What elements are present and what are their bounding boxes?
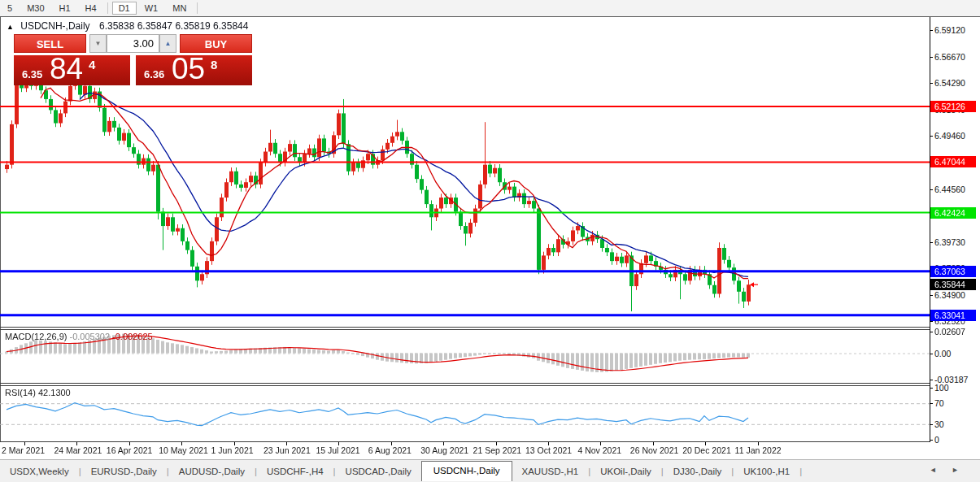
date-label: 1 Jun 2021 [211,445,254,455]
date-label: 16 Apr 2021 [107,445,153,455]
chart-frame-bottom [0,441,930,442]
timeframe-toolbar: 5M30H1H4D1W1MN [0,0,980,17]
volume-decrease-button[interactable]: ▼ [89,34,107,53]
price-tick-mark [930,57,933,58]
date-tick-mark [286,442,287,445]
volume-increase-button[interactable]: ▲ [159,34,176,53]
price-tick-mark [930,136,933,137]
hline-price-tag[interactable]: 6.42424 [930,207,976,219]
date-label: 24 Mar 2021 [54,445,102,455]
tab-scroll-arrows[interactable]: ◄ ► [930,466,965,474]
price-tick-label: 6.34900 [934,290,965,300]
timeframe-button-5[interactable]: 5 [1,2,19,15]
buy-price-display[interactable]: 6.36 05 8 [136,55,252,85]
tab-eurusd[interactable]: EURUSD-,Daily [81,462,167,480]
chart-tabs-bar: USDX,Weekly|EURUSD-,Daily|AUDUSD-,Daily|… [0,459,980,482]
date-tick-mark [758,442,759,445]
rsi-tick-mark [930,403,933,404]
rsi-tick-mark [930,424,933,425]
date-label: 4 Nov 2021 [577,445,621,455]
date-label: 2 Mar 2021 [2,445,45,455]
timeframe-button-mn[interactable]: MN [166,2,193,15]
date-tick-mark [129,442,130,445]
date-label: 13 Oct 2021 [525,445,572,455]
tab-uk100[interactable]: UK100-,H1 [734,462,799,480]
price-tick-mark [930,295,933,296]
hline-price-tag[interactable]: 6.52126 [930,101,976,112]
date-tick-mark [548,442,549,445]
chart-frame-top [0,16,980,17]
date-tick-mark [181,442,182,445]
date-tick-mark [653,442,654,445]
timeframe-button-d1[interactable]: D1 [112,2,137,15]
date-label: 15 Jul 2021 [316,445,359,455]
date-label: 23 Jun 2021 [264,445,311,455]
price-tick-mark [930,30,933,31]
collapse-icon[interactable]: ▲ [7,23,14,31]
rsi-value: 42.1300 [38,388,71,397]
hline-price-tag[interactable]: 6.37063 [930,266,976,277]
date-label: 20 Dec 2021 [682,445,731,455]
date-label: 10 May 2021 [159,445,208,455]
rsi-tick-label: 70 [934,398,944,408]
ohlc-values: 6.35838 6.35847 6.35819 6.35844 [99,20,249,32]
timeframe-button-h1[interactable]: H1 [53,2,77,15]
tab-dj30[interactable]: DJ30-,Daily [664,462,731,480]
panel-separator[interactable] [0,383,930,384]
macd-tick-label: 0.02607 [934,327,965,337]
tab-ukoil[interactable]: UKOil-,Daily [590,462,661,480]
macd-tick-mark [930,354,933,354]
timeframe-button-m30[interactable]: M30 [20,2,50,15]
macd-label: MACD(12,26,9) -0.005302 -0.002625 [5,332,153,341]
sell-price-display[interactable]: 6.35 84 4 [14,55,130,85]
rsi-tick-label: 0 [934,435,939,445]
macd-tick-mark [930,380,933,380]
timeframe-button-h4[interactable]: H4 [79,2,103,15]
macd-signal-value: -0.002625 [112,332,153,341]
panel-separator[interactable] [0,327,930,328]
tab-divider: | [799,467,802,476]
date-tick-mark [24,442,25,445]
buy-button[interactable]: BUY [180,34,252,53]
hline-price-tag[interactable]: 6.33041 [930,310,976,321]
macd-main-value: -0.005302 [69,332,110,341]
tab-usdcad[interactable]: USDCAD-,Daily [336,462,421,480]
buy-price-base: 6.36 [144,68,164,80]
date-label: 6 Aug 2021 [368,445,412,455]
date-tick-mark [443,442,444,445]
toolbar-separator [197,2,198,14]
trading-platform-window: 5M30H1H4D1W1MN ▲ USDCNH-,Daily 6.35838 6… [0,0,980,482]
sell-price-pips: 84 [50,52,83,86]
rsi-indicator-canvas[interactable] [0,386,930,441]
current-price-tag: 6.35844 [930,279,976,290]
symbol-title: USDCNH-,Daily [20,20,89,32]
tab-usdcnh[interactable]: USDCNH-,Daily [421,461,512,481]
price-tick-mark [930,83,933,84]
sell-price-point: 4 [89,58,95,72]
sell-button[interactable]: SELL [14,34,86,53]
date-tick-mark [705,442,706,445]
panel-separator[interactable] [0,329,930,330]
date-label: 26 Nov 2021 [630,445,679,455]
tab-usdx[interactable]: USDX,Weekly [0,462,79,480]
macd-tick-mark [930,332,933,332]
tab-usdchf[interactable]: USDCHF-,H4 [257,462,333,480]
tab-audusd[interactable]: AUDUSD-,Daily [169,462,255,480]
price-tick-label: 6.44560 [934,185,965,194]
hline-price-tag[interactable]: 6.47044 [930,156,976,167]
price-tick-mark [930,189,933,190]
date-tick-mark [338,442,339,445]
toolbar-separator [107,2,108,14]
price-tick-label: 6.39730 [934,237,965,247]
volume-input[interactable]: 3.00 [107,34,159,53]
timeframe-button-w1[interactable]: W1 [138,2,165,15]
buy-price-point: 8 [211,58,217,72]
rsi-label: RSI(14) 42.1300 [5,388,71,397]
buy-price-pips: 05 [172,52,205,86]
rsi-tick-mark [930,388,933,389]
panel-separator[interactable] [0,385,930,386]
price-axis-line [930,17,930,442]
date-label: 30 Aug 2021 [420,445,468,455]
tab-xauusd[interactable]: XAUUSD-,H1 [512,462,589,480]
macd-tick-label: 0.00 [934,349,951,358]
